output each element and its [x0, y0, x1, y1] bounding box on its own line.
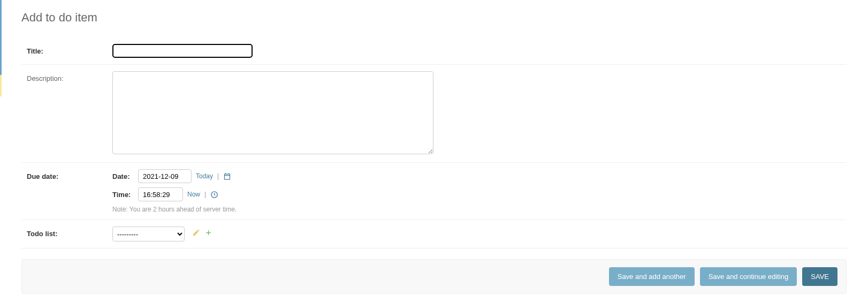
date-sublabel: Date:	[112, 172, 134, 180]
todo-list-label: Todo list:	[21, 227, 112, 238]
save-button[interactable]: SAVE	[802, 267, 837, 286]
save-continue-button[interactable]: Save and continue editing	[700, 267, 797, 286]
due-date-label: Due date:	[21, 169, 112, 180]
todo-list-select[interactable]: ---------	[112, 227, 185, 241]
description-input[interactable]	[112, 71, 433, 154]
title-input[interactable]	[112, 44, 253, 58]
pencil-icon[interactable]	[192, 229, 200, 237]
date-separator: |	[217, 172, 219, 180]
title-row: Title:	[21, 37, 847, 65]
title-label: Title:	[21, 44, 112, 55]
plus-icon[interactable]	[204, 229, 212, 237]
clock-icon[interactable]	[210, 191, 218, 199]
time-line: Time: Now |	[112, 187, 847, 201]
todo-list-row: Todo list: ---------	[21, 220, 847, 248]
form-container: Add to do item Title: Description: Due d…	[4, 0, 868, 302]
now-link[interactable]: Now	[187, 191, 200, 198]
description-row: Description:	[21, 65, 847, 163]
date-line: Date: Today |	[112, 169, 847, 183]
timezone-note: Note: You are 2 hours ahead of server ti…	[112, 206, 847, 213]
time-separator: |	[204, 191, 206, 198]
time-sublabel: Time:	[112, 191, 134, 199]
page-title: Add to do item	[21, 11, 847, 25]
time-input[interactable]	[138, 187, 183, 201]
left-accent-bar	[0, 0, 2, 86]
date-input[interactable]	[138, 169, 192, 183]
calendar-icon[interactable]	[223, 172, 231, 180]
description-label: Description:	[21, 71, 112, 82]
save-add-another-button[interactable]: Save and add another	[609, 267, 695, 286]
due-date-row: Due date: Date: Today | Time: Now |	[21, 163, 847, 220]
submit-row: Save and add another Save and continue e…	[21, 259, 847, 294]
today-link[interactable]: Today	[196, 172, 213, 180]
